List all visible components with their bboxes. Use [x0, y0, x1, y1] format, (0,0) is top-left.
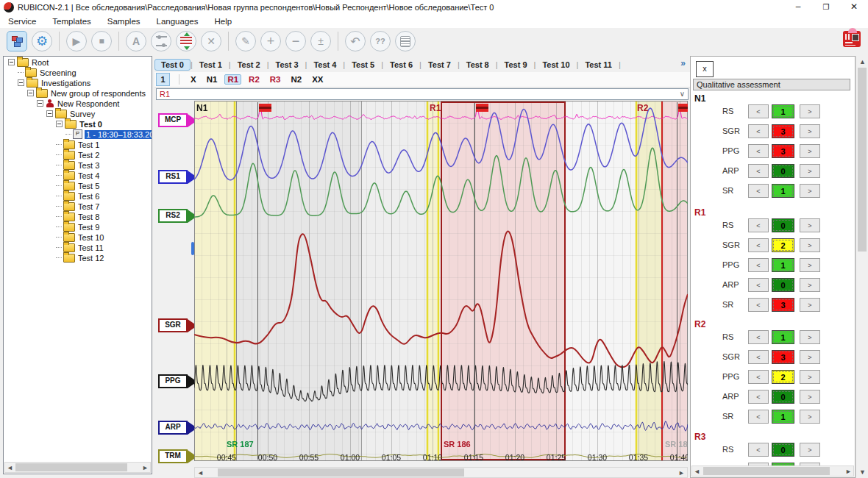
tree-item-new-respondent[interactable]: New Respondent [4, 99, 152, 108]
increase-score-button[interactable]: > [800, 144, 820, 158]
decrease-score-button[interactable]: < [748, 443, 769, 457]
tab-test-0[interactable]: Test 0 [154, 59, 191, 71]
tab-test-8[interactable]: Test 8 [460, 59, 496, 71]
signal-tag-rs2[interactable]: RS2 [158, 210, 197, 222]
tree-hscroll-left[interactable]: ◄ [7, 464, 13, 471]
increase-score-button[interactable]: > [800, 164, 820, 178]
decrease-score-button[interactable]: < [748, 258, 769, 272]
settings-button[interactable]: ⚙ [32, 31, 52, 51]
chart-hscroll-thumb[interactable] [218, 468, 464, 477]
tree-item-test-7[interactable]: Test 7 [4, 201, 152, 211]
decrease-score-button[interactable]: < [748, 104, 769, 118]
tree-item-test-11[interactable]: Test 11 [4, 243, 152, 252]
expand-collapse-icon[interactable] [27, 90, 34, 96]
decrease-score-button[interactable]: < [748, 144, 769, 158]
window-vscrollbar[interactable]: ▲ ▼ [855, 56, 868, 478]
clear-marks-button[interactable]: ✕ [201, 31, 221, 51]
decrease-score-button[interactable]: < [748, 184, 769, 198]
tree-item-test-0[interactable]: Test 0 [4, 119, 152, 129]
zoom-out-button[interactable]: − [285, 31, 306, 51]
tab-test-5[interactable]: Test 5 [345, 59, 381, 71]
decrease-score-button[interactable]: < [748, 218, 769, 232]
subtab-r1[interactable]: R1 [224, 74, 241, 85]
chart-hscroll-right[interactable]: ► [678, 469, 685, 477]
notes-button[interactable] [395, 31, 416, 51]
decrease-score-button[interactable]: < [748, 278, 769, 292]
tree-item-test-6[interactable]: Test 6 [4, 191, 152, 201]
zoom-reset-button[interactable]: ± [310, 31, 331, 51]
undo-button[interactable]: ↶ [345, 31, 366, 51]
expand-collapse-icon[interactable] [37, 100, 43, 107]
zoom-in-button[interactable]: + [260, 31, 281, 51]
assessment-close-button[interactable]: x [696, 61, 714, 77]
increase-score-button[interactable]: > [800, 298, 820, 312]
decrease-score-button[interactable]: < [748, 238, 769, 252]
decrease-score-button[interactable]: < [748, 330, 769, 344]
center-signals-button[interactable] [176, 31, 196, 51]
minimize-button[interactable]: – [784, 0, 812, 15]
tree-item-test-5[interactable]: Test 5 [4, 181, 152, 190]
increase-score-button[interactable]: > [800, 104, 820, 118]
decrease-score-button[interactable]: < [748, 390, 769, 404]
subtab-n1[interactable]: N1 [204, 74, 221, 85]
tree-hscroll-right[interactable]: ► [142, 464, 149, 471]
tab-test-6[interactable]: Test 6 [383, 59, 419, 71]
increase-score-button[interactable]: > [800, 124, 820, 138]
signal-tag-rs1[interactable]: RS1 [158, 171, 197, 183]
subtab-xx[interactable]: XX [309, 74, 326, 85]
increase-score-button[interactable]: > [800, 238, 820, 252]
subtab-x[interactable]: X [188, 74, 199, 85]
chart-hscroll-left[interactable]: ◄ [197, 469, 204, 477]
tree-item-survey[interactable]: Survey [4, 109, 152, 118]
tab-test-11[interactable]: Test 11 [578, 59, 619, 71]
chart-hscrollbar[interactable]: ◄ ► [194, 467, 688, 478]
decrease-score-button[interactable]: < [748, 410, 769, 424]
pen-button[interactable]: ✎ [235, 31, 256, 51]
tree-item-test-1[interactable]: Test 1 [4, 140, 152, 149]
tree-item-test-9[interactable]: Test 9 [4, 222, 152, 232]
tree-item-test-4[interactable]: Test 4 [4, 171, 152, 180]
font-button[interactable]: A [126, 31, 146, 51]
increase-score-button[interactable]: > [800, 390, 820, 404]
stop-button[interactable]: ■ [91, 31, 112, 51]
menu-samples[interactable]: Samples [99, 15, 149, 28]
decrease-score-button[interactable]: < [748, 350, 769, 364]
subtab-n2[interactable]: N2 [288, 74, 305, 85]
increase-score-button[interactable]: > [800, 350, 820, 364]
increase-score-button[interactable]: > [800, 330, 820, 344]
tab-test-7[interactable]: Test 7 [421, 59, 458, 71]
tree-item-test-2[interactable]: Test 2 [4, 150, 152, 160]
subtab-r2[interactable]: R2 [246, 74, 263, 85]
menu-service[interactable]: Service [0, 15, 44, 28]
play-button[interactable]: ▶ [66, 31, 87, 51]
question-select[interactable]: R1 ∨ [156, 88, 689, 100]
expand-collapse-icon[interactable] [56, 121, 63, 127]
increase-score-button[interactable]: > [800, 370, 820, 384]
subtab-r3[interactable]: R3 [267, 74, 284, 85]
tab-test-9[interactable]: Test 9 [498, 59, 534, 71]
increase-score-button[interactable]: > [800, 410, 820, 424]
tab-test-4[interactable]: Test 4 [307, 59, 343, 71]
decrease-score-button[interactable]: < [748, 124, 769, 138]
tab-test-1[interactable]: Test 1 [193, 59, 229, 71]
expand-collapse-icon[interactable] [18, 79, 24, 86]
tabs-overflow-button[interactable]: » [680, 58, 686, 68]
expand-collapse-icon[interactable] [8, 59, 15, 65]
signal-tag-sgr[interactable]: SGR [158, 319, 197, 332]
window-vscroll-thumb[interactable] [858, 68, 867, 252]
signal-tag-ppg[interactable]: PPG [158, 375, 197, 388]
tree-item-test-3[interactable]: Test 3 [4, 160, 152, 170]
sensor-device-icon[interactable] [843, 31, 861, 47]
signal-scale-button[interactable] [151, 31, 171, 51]
increase-score-button[interactable]: > [800, 218, 820, 232]
window-vscroll-up[interactable]: ▲ [859, 58, 866, 65]
maximize-button[interactable]: ❐ [812, 0, 840, 15]
signal-tag-arp[interactable]: ARP [158, 421, 197, 434]
decrease-score-button[interactable]: < [748, 298, 769, 312]
assessment-hscrollbar[interactable]: ◄ ► [691, 465, 854, 477]
tree-item-test-8[interactable]: Test 8 [4, 212, 152, 221]
chart-number-tab[interactable]: 1 [156, 73, 170, 86]
tab-test-10[interactable]: Test 10 [536, 59, 576, 71]
tree-item-screening[interactable]: Screening [4, 68, 152, 77]
signal-tag-mcp[interactable]: MCP [158, 114, 197, 126]
